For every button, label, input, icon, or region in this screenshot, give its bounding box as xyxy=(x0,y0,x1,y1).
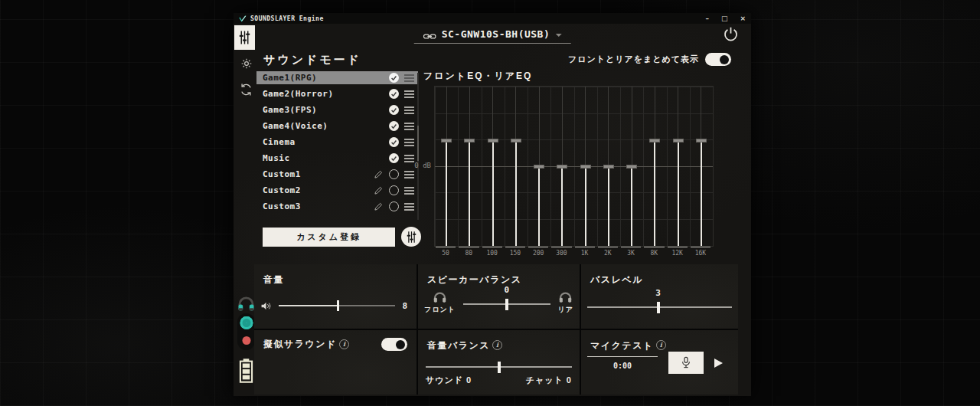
slider-handle[interactable] xyxy=(337,300,339,311)
pencil-icon[interactable] xyxy=(374,169,384,179)
eq-band[interactable] xyxy=(574,87,597,246)
eq-band[interactable] xyxy=(435,87,458,246)
drag-handle-icon[interactable] xyxy=(404,74,414,82)
eq-frequency-label: 2K xyxy=(598,247,618,257)
empty-circle-icon[interactable] xyxy=(389,169,399,179)
sound-mode-item[interactable]: Custom3 xyxy=(256,200,418,213)
slider-fill xyxy=(587,306,658,308)
eq-band[interactable] xyxy=(482,87,505,246)
eq-band[interactable] xyxy=(597,87,620,246)
scrollbar-thumb[interactable] xyxy=(417,126,419,161)
eq-slider-handle[interactable] xyxy=(626,165,637,169)
eq-frequency-label: 200 xyxy=(528,247,548,257)
device-selector[interactable]: SC-GNW10S-BH(USB) xyxy=(414,28,571,44)
sound-mode-item[interactable]: Custom2 xyxy=(256,184,418,197)
play-button[interactable] xyxy=(714,359,723,368)
drag-handle-icon[interactable] xyxy=(404,203,414,211)
eq-band[interactable] xyxy=(528,87,550,246)
check-circle-icon[interactable] xyxy=(389,73,399,83)
eq-slider-handle[interactable] xyxy=(673,139,684,142)
info-icon[interactable]: i xyxy=(492,340,502,350)
sound-mode-item[interactable]: Music xyxy=(256,152,418,165)
sound-mode-item[interactable]: Custom1 xyxy=(256,168,418,181)
equalizer-tab-button[interactable] xyxy=(234,25,255,50)
minimize-button[interactable]: – xyxy=(705,13,709,24)
pencil-icon[interactable] xyxy=(374,201,384,211)
eq-slider-fill xyxy=(701,140,702,246)
eq-band[interactable] xyxy=(505,87,528,246)
eq-frequency-label: 150 xyxy=(505,247,525,257)
refresh-button[interactable] xyxy=(239,83,253,97)
eq-slider-handle[interactable] xyxy=(464,139,475,142)
eq-slider-fill xyxy=(654,140,655,246)
check-circle-icon[interactable] xyxy=(389,105,399,115)
battery-icon xyxy=(239,358,253,384)
slider-handle[interactable] xyxy=(505,299,508,310)
app-window: SOUNDSLAYER Engine – □ × SC-GNW10S-BH(US… xyxy=(234,13,751,396)
surround-toggle[interactable] xyxy=(381,338,407,351)
eq-band[interactable] xyxy=(690,87,713,246)
drag-handle-icon[interactable] xyxy=(404,123,414,130)
eq-band[interactable] xyxy=(643,87,666,246)
info-icon[interactable]: i xyxy=(656,340,666,350)
eq-link-toggle[interactable] xyxy=(705,53,731,66)
app-logo-icon xyxy=(239,15,247,22)
eq-band[interactable] xyxy=(550,87,573,246)
volume-title: 音量 xyxy=(263,273,284,286)
mic-record-button[interactable] xyxy=(668,352,704,374)
eq-slider-handle[interactable] xyxy=(557,165,567,169)
eq-band[interactable] xyxy=(458,87,481,246)
drag-handle-icon[interactable] xyxy=(404,139,414,146)
eq-slider-handle[interactable] xyxy=(603,165,614,169)
drag-handle-icon[interactable] xyxy=(404,90,414,98)
eq-slider-handle[interactable] xyxy=(696,139,707,142)
custom-eq-button[interactable] xyxy=(401,227,421,247)
sound-mode-item[interactable]: Game1(RPG) xyxy=(256,71,418,84)
bass-level-slider[interactable]: 3 xyxy=(587,301,732,313)
check-circle-icon[interactable] xyxy=(389,121,399,131)
eq-slider-handle[interactable] xyxy=(649,139,660,142)
eq-slider-handle[interactable] xyxy=(488,139,498,142)
sound-mode-item[interactable]: Game2(Horror) xyxy=(256,87,418,100)
custom-register-button[interactable]: カスタム登録 xyxy=(263,228,395,247)
eq-band[interactable] xyxy=(667,87,690,246)
eq-slider-handle[interactable] xyxy=(534,165,544,169)
close-button[interactable]: × xyxy=(740,13,746,24)
check-circle-icon[interactable] xyxy=(389,89,399,99)
volume-balance-slider[interactable] xyxy=(426,361,572,373)
sound-mode-item[interactable]: Cinema xyxy=(256,136,418,149)
device-name: SC-GNW10S-BH(USB) xyxy=(442,28,550,40)
settings-button[interactable] xyxy=(240,57,253,70)
teal-indicator[interactable] xyxy=(240,316,253,329)
drag-handle-icon[interactable] xyxy=(404,106,414,114)
eq-slider-handle[interactable] xyxy=(511,139,521,142)
eq-slider-handle[interactable] xyxy=(580,165,591,169)
check-circle-icon[interactable] xyxy=(389,153,399,163)
drag-handle-icon[interactable] xyxy=(404,187,414,195)
control-cards: 音量 8 スピーカーバランス xyxy=(254,264,738,395)
empty-circle-icon[interactable] xyxy=(389,185,399,195)
power-button[interactable] xyxy=(723,26,739,42)
eq-slider-handle[interactable] xyxy=(441,139,452,142)
red-indicator[interactable] xyxy=(242,336,250,345)
sound-mode-item[interactable]: Game3(FPS) xyxy=(256,103,418,116)
eq-slider-fill xyxy=(469,140,470,246)
bass-level-title: バスレベル xyxy=(590,273,643,286)
slider-handle[interactable] xyxy=(498,362,501,373)
info-icon[interactable]: i xyxy=(339,339,349,349)
maximize-button[interactable]: □ xyxy=(721,13,728,24)
slider-fill xyxy=(463,303,507,305)
slider-handle[interactable] xyxy=(657,302,660,313)
drag-handle-icon[interactable] xyxy=(404,171,414,178)
empty-circle-icon[interactable] xyxy=(389,201,399,211)
eq-band[interactable] xyxy=(620,87,643,246)
pencil-icon[interactable] xyxy=(374,185,384,195)
headphone-icon[interactable] xyxy=(237,296,256,312)
sound-mode-scrollbar[interactable] xyxy=(417,73,419,220)
eq-frequency-label: 12K xyxy=(668,247,688,257)
drag-handle-icon[interactable] xyxy=(404,155,414,162)
sound-mode-item[interactable]: Game4(Voice) xyxy=(256,120,418,133)
speaker-balance-slider[interactable]: 0 xyxy=(463,298,550,310)
volume-slider[interactable] xyxy=(279,300,395,312)
check-circle-icon[interactable] xyxy=(389,137,399,147)
